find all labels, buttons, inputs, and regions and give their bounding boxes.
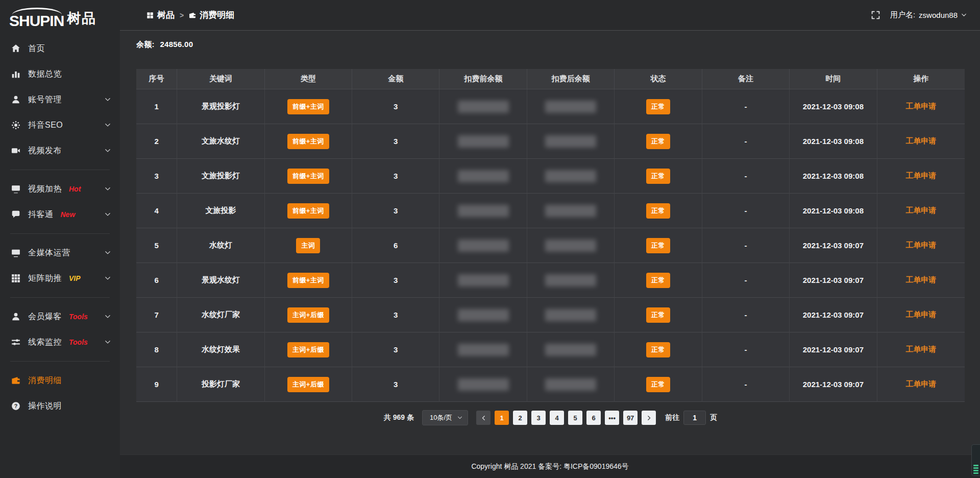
- cell-amount: 6: [352, 228, 439, 263]
- gear-icon: [11, 121, 20, 130]
- sidebar-item-16[interactable]: ?操作说明: [0, 393, 120, 419]
- cell-remark: -: [702, 367, 790, 402]
- page-button-3[interactable]: 3: [531, 411, 546, 425]
- cell-time: 2021-12-03 09:07: [790, 367, 877, 402]
- logo-text-cn: 树品: [67, 9, 96, 28]
- column-header: 类型: [265, 69, 352, 89]
- type-badge: 主词+后缀: [287, 377, 329, 392]
- sidebar-item-7[interactable]: 抖客通New: [0, 202, 120, 227]
- sidebar-item-13[interactable]: 线索监控Tools: [0, 329, 120, 355]
- ticket-apply-link[interactable]: 工单申请: [905, 136, 936, 145]
- cell-balance-before: [439, 124, 527, 159]
- sidebar-item-12[interactable]: 会员爆客Tools: [0, 304, 120, 329]
- sidebar-item-10[interactable]: 矩阵助推VIP: [0, 266, 120, 291]
- sidebar-item-2[interactable]: 账号管理: [0, 87, 120, 112]
- floating-widget[interactable]: [971, 444, 980, 476]
- type-badge: 主词: [296, 238, 320, 253]
- redacted-value: [458, 170, 509, 182]
- sidebar-item-1[interactable]: 数据总览: [0, 61, 120, 87]
- widget-bar: [973, 465, 978, 466]
- jump-page-input[interactable]: [683, 411, 706, 425]
- chevron-down-icon: [105, 211, 111, 218]
- sidebar-item-6[interactable]: 视频加热Hot: [0, 176, 120, 202]
- redacted-value: [545, 205, 596, 217]
- cell-balance-after: [527, 298, 615, 332]
- jump-suffix: 页: [710, 413, 717, 422]
- next-page-button[interactable]: [642, 411, 656, 425]
- prev-page-button[interactable]: [476, 411, 491, 425]
- cell-balance-after: [527, 263, 615, 298]
- cell-time: 2021-12-03 09:07: [790, 332, 877, 367]
- cell-balance-after: [527, 228, 615, 263]
- user-menu[interactable]: 用户名: zswodun88: [890, 10, 967, 20]
- page-button-2[interactable]: 2: [513, 411, 527, 425]
- chevron-down-icon: [105, 148, 111, 154]
- page-button-5[interactable]: 5: [568, 411, 582, 425]
- ticket-apply-link[interactable]: 工单申请: [905, 310, 936, 319]
- sidebar-item-15[interactable]: 消费明细: [0, 368, 120, 393]
- page-button-4[interactable]: 4: [550, 411, 564, 425]
- sidebar-item-3[interactable]: 抖音SEO: [0, 112, 120, 138]
- ticket-apply-link[interactable]: 工单申请: [905, 241, 936, 249]
- cell-balance-before: [439, 194, 527, 228]
- cell-amount: 3: [352, 159, 439, 194]
- sidebar-divider: [10, 361, 110, 362]
- sidebar-divider: [10, 297, 110, 298]
- cell-balance-after: [527, 159, 615, 194]
- page-button-97[interactable]: 97: [623, 411, 638, 425]
- sidebar-item-label: 首页: [28, 43, 45, 54]
- breadcrumb-item-home[interactable]: 树品: [146, 9, 175, 21]
- page-size-value: 10条/页: [430, 413, 452, 422]
- column-header: 扣费前余额: [439, 69, 527, 89]
- sidebar-nav: 首页数据总览账号管理抖音SEO视频发布视频加热Hot抖客通New全媒体运营矩阵助…: [0, 32, 120, 419]
- type-badge: 前缀+主词: [287, 134, 329, 149]
- ticket-apply-link[interactable]: 工单申请: [905, 345, 936, 353]
- page-button-1[interactable]: 1: [495, 411, 509, 425]
- cell-keyword: 文旅投影: [177, 194, 264, 228]
- ticket-apply-link[interactable]: 工单申请: [905, 379, 936, 388]
- ticket-apply-link[interactable]: 工单申请: [905, 171, 936, 180]
- type-badge: 主词+后缀: [287, 307, 329, 323]
- ticket-apply-link[interactable]: 工单申请: [905, 206, 936, 214]
- cell-type: 前缀+主词: [265, 89, 352, 124]
- topbar-right: 用户名: zswodun88: [871, 10, 967, 20]
- consumption-table: 序号关键词类型金额扣费前余额扣费后余额状态备注时间操作 1景观投影灯前缀+主词3…: [136, 69, 965, 402]
- page-button-6[interactable]: 6: [586, 411, 601, 425]
- cell-amount: 3: [352, 332, 439, 367]
- cell-amount: 3: [352, 194, 439, 228]
- sidebar-item-0[interactable]: 首页: [0, 36, 120, 61]
- fullscreen-icon[interactable]: [871, 11, 880, 19]
- column-header: 时间: [790, 69, 877, 89]
- cell-type: 主词+后缀: [265, 367, 352, 402]
- username-value: zswodun88: [919, 11, 958, 19]
- page-size-select[interactable]: 10条/页: [422, 410, 468, 425]
- status-badge: 正常: [646, 134, 670, 149]
- sidebar-item-9[interactable]: 全媒体运营: [0, 240, 120, 266]
- table-row: 3文旅投影灯前缀+主词3正常-2021-12-03 09:08工单申请: [136, 159, 965, 194]
- cell-status: 正常: [615, 159, 702, 194]
- sidebar-item-label: 数据总览: [28, 69, 62, 80]
- main-column: 树品 > 消费明细 用户名: zswodun88 余额: 24: [120, 0, 980, 478]
- balance-label: 余额:: [136, 40, 155, 49]
- sidebar-item-tag: VIP: [69, 274, 81, 282]
- breadcrumb-item-current[interactable]: 消费明细: [189, 9, 234, 21]
- ticket-apply-link[interactable]: 工单申请: [905, 275, 936, 284]
- status-badge: 正常: [646, 169, 670, 184]
- app-root: SHUPIN 树品 首页数据总览账号管理抖音SEO视频发布视频加热Hot抖客通N…: [0, 0, 980, 478]
- cell-keyword: 水纹灯效果: [177, 332, 264, 367]
- cell-action: 工单申请: [877, 367, 965, 402]
- cell-balance-before: [439, 263, 527, 298]
- user-icon: [11, 95, 20, 104]
- more-pages-button[interactable]: •••: [605, 411, 619, 425]
- cell-keyword: 文旅水纹灯: [177, 124, 264, 159]
- sidebar-item-4[interactable]: 视频发布: [0, 138, 120, 163]
- status-badge: 正常: [646, 273, 670, 288]
- redacted-value: [545, 101, 596, 113]
- chevron-down-icon: [105, 275, 111, 281]
- sidebar-item-label: 消费明细: [28, 375, 62, 386]
- cell-index: 2: [136, 124, 177, 159]
- cell-amount: 3: [352, 298, 439, 332]
- content: 余额: 24856.00 序号关键词类型金额扣费前余额扣费后余额状态备注时间操作…: [120, 31, 980, 455]
- ticket-apply-link[interactable]: 工单申请: [905, 102, 936, 110]
- video-icon: [11, 146, 20, 155]
